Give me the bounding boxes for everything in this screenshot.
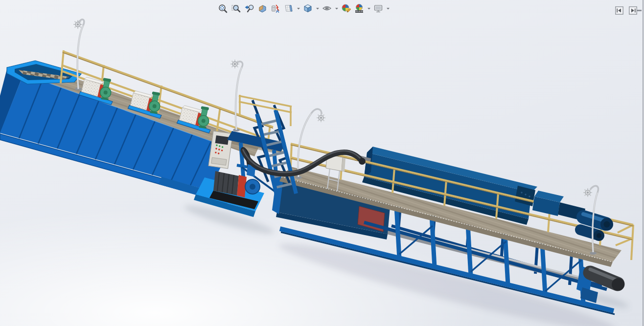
edit-appearance-button[interactable] [340, 1, 352, 15]
collapse-left-icon [615, 6, 623, 15]
zoom-to-area-button[interactable] [230, 1, 242, 15]
view-settings-dropdown-caret[interactable] [385, 1, 391, 15]
stair-handrail [239, 95, 292, 126]
left-unit-flotation-tank[interactable] [0, 20, 296, 217]
apply-scene-button[interactable] [353, 1, 366, 15]
hide-show-items-button[interactable] [321, 1, 333, 15]
view-orientation-dropdown-caret[interactable] [296, 1, 301, 15]
previous-view-icon [244, 3, 254, 13]
previous-view-button[interactable] [243, 1, 255, 15]
taskpane-border [643, 0, 644, 326]
dynamic-annotation-views-button[interactable]: A [269, 1, 282, 15]
section-view-button[interactable] [256, 1, 269, 15]
viewport-3d-model[interactable] [0, 0, 644, 326]
cad-viewport: A [0, 0, 644, 326]
view-settings-button[interactable] [372, 1, 385, 15]
section-view-icon [257, 3, 267, 13]
display-style-icon [303, 3, 313, 13]
view-orientation-button[interactable] [282, 1, 295, 15]
hide-show-items-dropdown-caret[interactable] [334, 1, 339, 15]
edit-appearance-icon [341, 3, 351, 13]
apply-scene-dropdown-caret[interactable] [366, 1, 371, 15]
zoom-to-fit-button[interactable] [216, 1, 229, 15]
view-orientation-icon [284, 3, 294, 13]
zoom-to-area-icon [231, 3, 241, 13]
dynamic-annotation-views-icon: A [271, 3, 280, 13]
zoom-to-fit-icon [218, 3, 228, 13]
svg-text:A: A [276, 8, 279, 14]
monitor-icon [373, 3, 383, 13]
collapse-panel-left-button[interactable] [615, 6, 623, 15]
eye-icon [322, 3, 332, 13]
heads-up-view-toolbar: A [216, 1, 391, 16]
display-style-dropdown-caret[interactable] [315, 1, 320, 15]
splitter-handle[interactable] [637, 10, 642, 11]
expand-panel-right-button[interactable] [629, 6, 637, 15]
display-style-button[interactable] [301, 1, 314, 15]
expand-right-icon [629, 6, 637, 15]
apply-scene-icon [354, 3, 364, 13]
